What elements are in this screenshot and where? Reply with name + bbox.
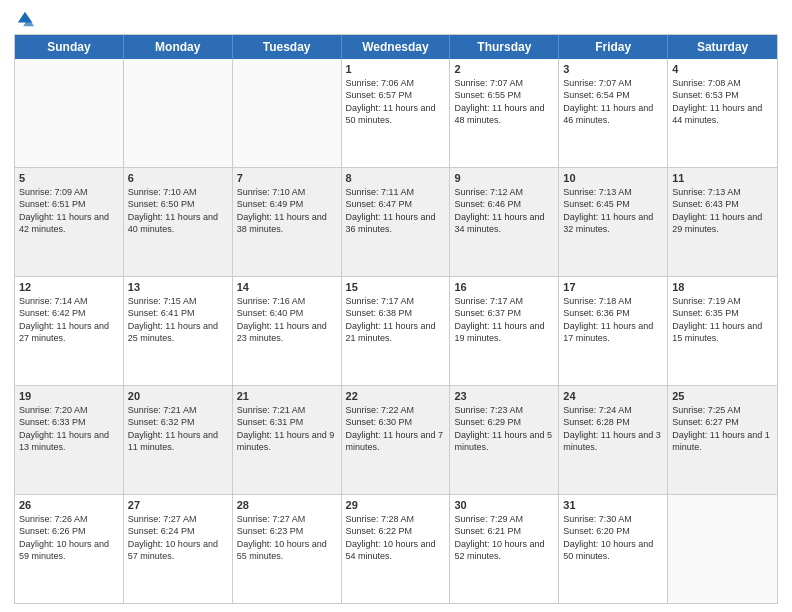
calendar-cell: 24Sunrise: 7:24 AM Sunset: 6:28 PM Dayli… [559, 386, 668, 494]
day-info: Sunrise: 7:10 AM Sunset: 6:50 PM Dayligh… [128, 186, 228, 235]
day-header-wednesday: Wednesday [342, 35, 451, 59]
day-number: 8 [346, 171, 446, 185]
calendar-cell: 23Sunrise: 7:23 AM Sunset: 6:29 PM Dayli… [450, 386, 559, 494]
calendar-cell: 20Sunrise: 7:21 AM Sunset: 6:32 PM Dayli… [124, 386, 233, 494]
day-number: 7 [237, 171, 337, 185]
calendar-cell: 10Sunrise: 7:13 AM Sunset: 6:45 PM Dayli… [559, 168, 668, 276]
day-number: 18 [672, 280, 773, 294]
day-number: 20 [128, 389, 228, 403]
day-info: Sunrise: 7:13 AM Sunset: 6:45 PM Dayligh… [563, 186, 663, 235]
calendar-header: SundayMondayTuesdayWednesdayThursdayFrid… [15, 35, 777, 59]
day-info: Sunrise: 7:28 AM Sunset: 6:22 PM Dayligh… [346, 513, 446, 562]
day-info: Sunrise: 7:06 AM Sunset: 6:57 PM Dayligh… [346, 77, 446, 126]
logo-icon [16, 10, 34, 28]
day-number: 16 [454, 280, 554, 294]
calendar-row-1: 1Sunrise: 7:06 AM Sunset: 6:57 PM Daylig… [15, 59, 777, 167]
day-number: 10 [563, 171, 663, 185]
day-number: 19 [19, 389, 119, 403]
calendar-cell [124, 59, 233, 167]
calendar-cell: 9Sunrise: 7:12 AM Sunset: 6:46 PM Daylig… [450, 168, 559, 276]
calendar-row-2: 5Sunrise: 7:09 AM Sunset: 6:51 PM Daylig… [15, 167, 777, 276]
calendar-cell: 12Sunrise: 7:14 AM Sunset: 6:42 PM Dayli… [15, 277, 124, 385]
day-number: 2 [454, 62, 554, 76]
day-header-thursday: Thursday [450, 35, 559, 59]
calendar: SundayMondayTuesdayWednesdayThursdayFrid… [14, 34, 778, 604]
day-number: 12 [19, 280, 119, 294]
day-number: 6 [128, 171, 228, 185]
day-number: 27 [128, 498, 228, 512]
day-number: 4 [672, 62, 773, 76]
calendar-cell: 15Sunrise: 7:17 AM Sunset: 6:38 PM Dayli… [342, 277, 451, 385]
calendar-cell: 30Sunrise: 7:29 AM Sunset: 6:21 PM Dayli… [450, 495, 559, 603]
day-info: Sunrise: 7:26 AM Sunset: 6:26 PM Dayligh… [19, 513, 119, 562]
day-header-sunday: Sunday [15, 35, 124, 59]
day-info: Sunrise: 7:24 AM Sunset: 6:28 PM Dayligh… [563, 404, 663, 453]
day-info: Sunrise: 7:13 AM Sunset: 6:43 PM Dayligh… [672, 186, 773, 235]
day-info: Sunrise: 7:25 AM Sunset: 6:27 PM Dayligh… [672, 404, 773, 453]
day-info: Sunrise: 7:09 AM Sunset: 6:51 PM Dayligh… [19, 186, 119, 235]
day-info: Sunrise: 7:23 AM Sunset: 6:29 PM Dayligh… [454, 404, 554, 453]
day-number: 9 [454, 171, 554, 185]
day-info: Sunrise: 7:10 AM Sunset: 6:49 PM Dayligh… [237, 186, 337, 235]
calendar-row-5: 26Sunrise: 7:26 AM Sunset: 6:26 PM Dayli… [15, 494, 777, 603]
day-number: 15 [346, 280, 446, 294]
day-info: Sunrise: 7:21 AM Sunset: 6:32 PM Dayligh… [128, 404, 228, 453]
calendar-cell: 31Sunrise: 7:30 AM Sunset: 6:20 PM Dayli… [559, 495, 668, 603]
day-number: 24 [563, 389, 663, 403]
calendar-row-3: 12Sunrise: 7:14 AM Sunset: 6:42 PM Dayli… [15, 276, 777, 385]
day-info: Sunrise: 7:30 AM Sunset: 6:20 PM Dayligh… [563, 513, 663, 562]
day-number: 25 [672, 389, 773, 403]
calendar-cell: 4Sunrise: 7:08 AM Sunset: 6:53 PM Daylig… [668, 59, 777, 167]
day-header-friday: Friday [559, 35, 668, 59]
day-info: Sunrise: 7:21 AM Sunset: 6:31 PM Dayligh… [237, 404, 337, 453]
day-info: Sunrise: 7:18 AM Sunset: 6:36 PM Dayligh… [563, 295, 663, 344]
page-header [14, 10, 778, 28]
day-header-saturday: Saturday [668, 35, 777, 59]
calendar-cell: 3Sunrise: 7:07 AM Sunset: 6:54 PM Daylig… [559, 59, 668, 167]
day-number: 26 [19, 498, 119, 512]
day-number: 13 [128, 280, 228, 294]
logo [14, 10, 34, 28]
day-info: Sunrise: 7:11 AM Sunset: 6:47 PM Dayligh… [346, 186, 446, 235]
calendar-cell: 25Sunrise: 7:25 AM Sunset: 6:27 PM Dayli… [668, 386, 777, 494]
calendar-cell [668, 495, 777, 603]
day-number: 30 [454, 498, 554, 512]
calendar-cell: 14Sunrise: 7:16 AM Sunset: 6:40 PM Dayli… [233, 277, 342, 385]
day-info: Sunrise: 7:27 AM Sunset: 6:24 PM Dayligh… [128, 513, 228, 562]
day-info: Sunrise: 7:07 AM Sunset: 6:54 PM Dayligh… [563, 77, 663, 126]
day-info: Sunrise: 7:19 AM Sunset: 6:35 PM Dayligh… [672, 295, 773, 344]
calendar-cell: 1Sunrise: 7:06 AM Sunset: 6:57 PM Daylig… [342, 59, 451, 167]
calendar-cell: 17Sunrise: 7:18 AM Sunset: 6:36 PM Dayli… [559, 277, 668, 385]
day-number: 14 [237, 280, 337, 294]
day-number: 31 [563, 498, 663, 512]
day-number: 17 [563, 280, 663, 294]
day-info: Sunrise: 7:16 AM Sunset: 6:40 PM Dayligh… [237, 295, 337, 344]
day-number: 11 [672, 171, 773, 185]
day-info: Sunrise: 7:17 AM Sunset: 6:37 PM Dayligh… [454, 295, 554, 344]
day-info: Sunrise: 7:15 AM Sunset: 6:41 PM Dayligh… [128, 295, 228, 344]
calendar-cell: 28Sunrise: 7:27 AM Sunset: 6:23 PM Dayli… [233, 495, 342, 603]
calendar-cell: 5Sunrise: 7:09 AM Sunset: 6:51 PM Daylig… [15, 168, 124, 276]
day-number: 22 [346, 389, 446, 403]
day-number: 1 [346, 62, 446, 76]
day-header-tuesday: Tuesday [233, 35, 342, 59]
calendar-cell [15, 59, 124, 167]
day-info: Sunrise: 7:20 AM Sunset: 6:33 PM Dayligh… [19, 404, 119, 453]
day-info: Sunrise: 7:29 AM Sunset: 6:21 PM Dayligh… [454, 513, 554, 562]
calendar-body: 1Sunrise: 7:06 AM Sunset: 6:57 PM Daylig… [15, 59, 777, 603]
calendar-cell: 11Sunrise: 7:13 AM Sunset: 6:43 PM Dayli… [668, 168, 777, 276]
calendar-cell: 7Sunrise: 7:10 AM Sunset: 6:49 PM Daylig… [233, 168, 342, 276]
day-info: Sunrise: 7:08 AM Sunset: 6:53 PM Dayligh… [672, 77, 773, 126]
calendar-cell: 29Sunrise: 7:28 AM Sunset: 6:22 PM Dayli… [342, 495, 451, 603]
calendar-cell: 2Sunrise: 7:07 AM Sunset: 6:55 PM Daylig… [450, 59, 559, 167]
calendar-cell: 6Sunrise: 7:10 AM Sunset: 6:50 PM Daylig… [124, 168, 233, 276]
day-info: Sunrise: 7:27 AM Sunset: 6:23 PM Dayligh… [237, 513, 337, 562]
calendar-cell: 16Sunrise: 7:17 AM Sunset: 6:37 PM Dayli… [450, 277, 559, 385]
calendar-cell: 13Sunrise: 7:15 AM Sunset: 6:41 PM Dayli… [124, 277, 233, 385]
calendar-row-4: 19Sunrise: 7:20 AM Sunset: 6:33 PM Dayli… [15, 385, 777, 494]
day-number: 3 [563, 62, 663, 76]
day-number: 21 [237, 389, 337, 403]
day-info: Sunrise: 7:14 AM Sunset: 6:42 PM Dayligh… [19, 295, 119, 344]
calendar-cell [233, 59, 342, 167]
day-info: Sunrise: 7:12 AM Sunset: 6:46 PM Dayligh… [454, 186, 554, 235]
